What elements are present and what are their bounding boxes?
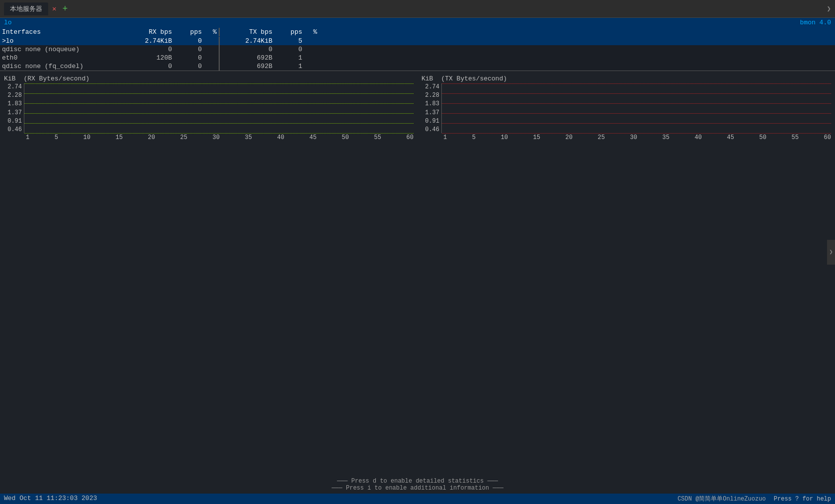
y-label: 1.83	[425, 100, 439, 107]
rx-y-axis: 2.742.281.831.370.910.46	[4, 83, 24, 133]
x-label: 15	[116, 134, 123, 141]
x-label: 55	[792, 134, 799, 141]
row-pps2: 1	[274, 54, 304, 62]
row-pps1: 0	[174, 37, 204, 45]
y-label: 1.37	[7, 109, 22, 116]
table-header-row: Interfaces RX bps pps % TX bps pps %	[0, 27, 835, 37]
row-pps1: 0	[174, 54, 204, 62]
rx-chart-unit: KiB	[4, 75, 15, 82]
table-body: >lo 2.74KiB 0 2.74KiB 5 qdisc none (noqu…	[0, 37, 835, 71]
titlebar: 本地服务器 ✕ + ❯	[0, 0, 835, 18]
x-label: 15	[533, 134, 540, 141]
x-label: 20	[148, 134, 155, 141]
tx-chart-unit: KiB	[421, 75, 433, 82]
x-label: 60	[407, 134, 414, 141]
row-pct2	[304, 45, 319, 54]
x-label: 1	[443, 134, 447, 141]
row-txbps: 0	[220, 45, 274, 54]
x-label: 45	[310, 134, 317, 141]
terminal-area: lo bmon 4.0 Interfaces RX bps pps % TX b…	[0, 18, 835, 504]
chart-dotted-line	[24, 103, 414, 104]
row-txbps: 692B	[220, 62, 274, 71]
col-header-interfaces: Interfaces	[0, 28, 119, 36]
x-label: 25	[598, 134, 605, 141]
info-line2: ─── Press i to enable additional informa…	[0, 485, 835, 492]
x-label: 10	[501, 134, 508, 141]
bottom-right-info: CSDN @简简单单OnlineZuozuo Press ? for help	[677, 495, 831, 503]
row-name: qdisc none (fq_codel)	[0, 62, 119, 71]
rx-chart-graph: 2.742.281.831.370.910.46	[4, 83, 414, 133]
row-pct1	[204, 45, 219, 54]
chart-dotted-line	[24, 113, 414, 114]
chart-dotted-line	[442, 83, 831, 84]
chart-dotted-line	[442, 123, 831, 124]
add-tab-button[interactable]: +	[62, 4, 68, 14]
col-header-txbps: TX bps	[220, 28, 274, 36]
bmon-header: lo bmon 4.0	[0, 18, 835, 27]
row-name: >lo	[0, 37, 119, 45]
row-txbps: 692B	[220, 54, 274, 62]
row-pct2	[304, 37, 319, 45]
y-label: 0.91	[7, 118, 22, 125]
collapse-button[interactable]: ❯	[827, 4, 831, 13]
x-label: 35	[245, 134, 252, 141]
y-label: 0.46	[425, 126, 439, 133]
interfaces-table: Interfaces RX bps pps % TX bps pps % >lo…	[0, 27, 835, 71]
datetime: Wed Oct 11 11:23:03 2023	[4, 495, 97, 503]
row-pct2	[304, 62, 319, 71]
info-messages: ─── Press d to enable detailed statistic…	[0, 476, 835, 494]
info-line1: ─── Press d to enable detailed statistic…	[0, 478, 835, 485]
csdn-watermark: CSDN @简简单单OnlineZuozuo	[677, 495, 766, 503]
press-help-label: Press ? for help	[774, 496, 831, 503]
x-label: 40	[695, 134, 702, 141]
row-rxbps: 2.74KiB	[119, 37, 174, 45]
x-label: 5	[472, 134, 476, 141]
chart-dotted-line	[24, 83, 414, 84]
chart-dotted-line	[442, 103, 831, 104]
y-label: 2.28	[7, 92, 22, 99]
col-header-rxbps: RX bps	[119, 28, 174, 36]
col-header-pps1: pps	[174, 28, 204, 36]
tab-label[interactable]: 本地服务器	[4, 2, 48, 15]
table-row[interactable]: qdisc none (noqueue) 0 0 0 0	[0, 45, 835, 54]
tx-chart-container: KiB (TX Bytes/second) 2.742.281.831.370.…	[418, 73, 835, 476]
row-pps2: 1	[274, 62, 304, 71]
x-label: 35	[663, 134, 669, 141]
x-label: 20	[566, 134, 573, 141]
y-label: 1.37	[425, 109, 439, 116]
chart-dotted-line	[442, 113, 831, 114]
tx-chart-graph: 2.742.281.831.370.910.46	[421, 83, 831, 133]
right-collapse-button[interactable]: ❯	[827, 240, 835, 265]
table-row[interactable]: >lo 2.74KiB 0 2.74KiB 5	[0, 37, 835, 45]
close-button[interactable]: ✕	[52, 4, 56, 13]
row-pps2: 5	[274, 37, 304, 45]
x-label: 60	[824, 134, 831, 141]
x-label: 30	[630, 134, 637, 141]
charts-area: KiB (RX Bytes/second) 2.742.281.831.370.…	[0, 73, 835, 476]
rx-chart-label: (RX Bytes/second)	[23, 75, 89, 82]
row-rxbps: 120B	[119, 54, 174, 62]
table-row[interactable]: eth0 120B 0 692B 1	[0, 54, 835, 62]
chart-dotted-line	[24, 133, 414, 134]
tx-y-axis: 2.742.281.831.370.910.46	[421, 83, 441, 133]
chart-dotted-line	[442, 93, 831, 94]
y-label: 2.28	[425, 92, 439, 99]
chart-dotted-line	[24, 93, 414, 94]
rx-chart-title: KiB (RX Bytes/second)	[4, 75, 414, 82]
table-row[interactable]: qdisc none (fq_codel) 0 0 692B 1	[0, 62, 835, 71]
x-label: 55	[374, 134, 381, 141]
row-txbps: 2.74KiB	[220, 37, 274, 45]
row-name: eth0	[0, 54, 119, 62]
rx-x-axis: 151015202530354045505560	[26, 134, 414, 141]
bmon-interface: lo	[4, 19, 12, 26]
row-pps2: 0	[274, 45, 304, 54]
x-label: 50	[759, 134, 766, 141]
tx-chart-plot	[441, 83, 831, 133]
tx-chart-title: KiB (TX Bytes/second)	[421, 75, 831, 82]
col-header-pct1: %	[204, 28, 219, 36]
separator	[0, 71, 835, 71]
y-label: 2.74	[7, 83, 22, 90]
row-pps1: 0	[174, 62, 204, 71]
chart-dotted-line	[24, 123, 414, 124]
row-pps1: 0	[174, 45, 204, 54]
